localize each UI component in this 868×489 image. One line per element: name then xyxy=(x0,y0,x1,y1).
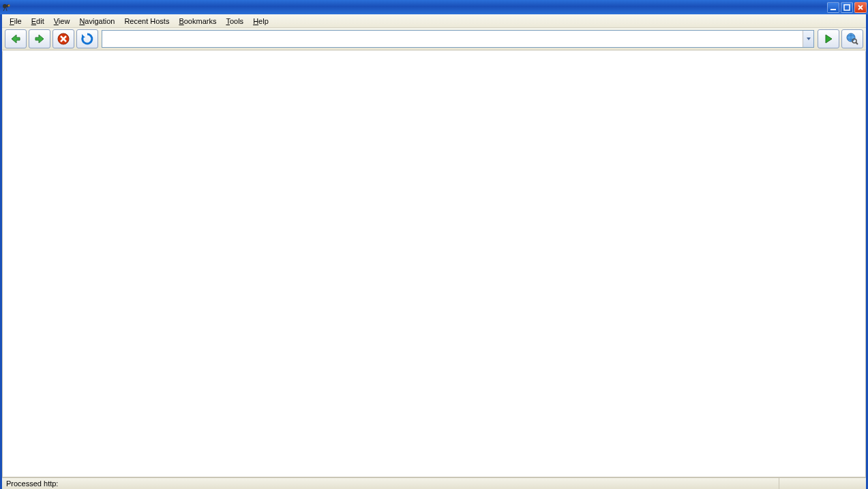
search-button[interactable] xyxy=(841,29,863,48)
maximize-button[interactable] xyxy=(841,2,853,13)
back-button[interactable] xyxy=(5,29,27,48)
stop-button[interactable] xyxy=(53,29,74,48)
app-icon xyxy=(1,2,12,13)
forward-button[interactable] xyxy=(29,29,50,48)
status-text: Processed http: xyxy=(2,479,779,488)
stop-icon xyxy=(57,32,70,46)
play-icon xyxy=(823,33,834,44)
content-area xyxy=(2,51,866,477)
svg-point-1 xyxy=(8,4,10,6)
status-pane xyxy=(779,478,866,489)
close-button[interactable] xyxy=(854,2,867,13)
chevron-down-icon xyxy=(806,36,811,42)
menu-help[interactable]: Help xyxy=(248,16,273,27)
address-dropdown-button[interactable] xyxy=(803,31,813,47)
address-input[interactable] xyxy=(102,31,803,47)
address-bar xyxy=(102,30,814,48)
go-button[interactable] xyxy=(818,29,839,48)
toolbar xyxy=(2,28,866,50)
title-bar xyxy=(0,0,868,14)
minimize-button[interactable] xyxy=(827,2,839,13)
menu-recent-hosts[interactable]: Recent Hosts xyxy=(119,16,174,27)
window-controls xyxy=(827,2,867,13)
reload-button[interactable] xyxy=(76,29,98,48)
globe-search-icon xyxy=(845,32,859,46)
reload-icon xyxy=(80,32,94,46)
arrow-left-icon xyxy=(9,32,23,46)
status-bar: Processed http: xyxy=(2,477,866,489)
menu-tools[interactable]: Tools xyxy=(221,16,248,27)
menu-bookmarks[interactable]: Bookmarks xyxy=(174,16,221,27)
svg-rect-2 xyxy=(830,9,836,10)
svg-rect-3 xyxy=(844,5,850,10)
menu-navigation[interactable]: Navigation xyxy=(74,16,119,27)
arrow-right-icon xyxy=(33,32,46,46)
menu-edit[interactable]: Edit xyxy=(27,16,49,27)
menu-bar: File Edit View Navigation Recent Hosts B… xyxy=(2,14,866,28)
menu-view[interactable]: View xyxy=(49,16,75,27)
menu-file[interactable]: File xyxy=(5,16,27,27)
